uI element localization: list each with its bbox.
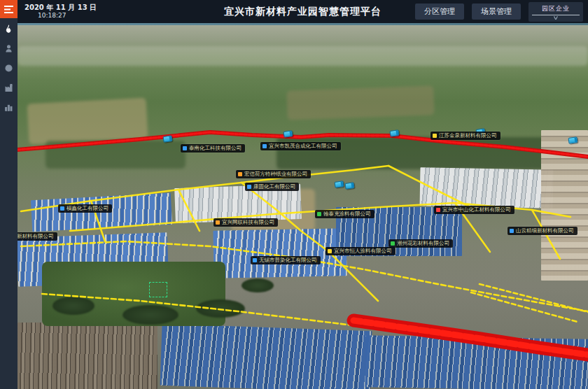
yellow-roads: [21, 166, 588, 330]
company-label[interactable]: 翰泰克涂料有限公司: [315, 210, 374, 218]
selection-box: [149, 282, 167, 297]
company-label-text: 宜兴市中山化工材料有限公司: [442, 207, 511, 213]
vehicle-marker[interactable]: [344, 182, 354, 190]
chevron-down-icon: ∨: [552, 15, 559, 21]
hamburger-menu-button[interactable]: [0, 0, 18, 18]
congestion-ribbons: [18, 132, 588, 355]
company-label[interactable]: 潮州花彩材料有限公司: [388, 239, 453, 248]
company-label[interactable]: 无锡市普染化工有限公司: [251, 256, 321, 264]
bar-chart-icon: [4, 103, 13, 112]
park-enterprise-dropdown[interactable]: 园区企业 ∨: [528, 2, 583, 22]
vehicle-marker[interactable]: [283, 130, 293, 138]
company-marker-icon: [328, 249, 332, 253]
company-label-text: 合成新材料有限公司: [18, 234, 54, 239]
company-marker-icon: [253, 258, 257, 262]
flame-icon: [4, 24, 13, 34]
sidebar-item-enterprise[interactable]: [0, 81, 18, 94]
company-label[interactable]: 江苏金泉新材料有限公司: [430, 132, 500, 140]
company-label-text: 宜兴市凯茂合成化工有限公司: [269, 143, 337, 149]
dropdown-label: 园区企业: [542, 4, 570, 13]
company-marker-icon: [247, 185, 251, 189]
company-label[interactable]: 泰南化工科技有限公司: [181, 144, 245, 153]
sidebar-item-statistics[interactable]: [0, 101, 18, 114]
company-label-text: 宏信荷方特种纸业有限公司: [244, 171, 307, 177]
company-label[interactable]: 康固化工有限公司: [245, 183, 299, 191]
company-marker-icon: [510, 229, 514, 233]
company-label-text: 江苏金泉新材料有限公司: [439, 133, 497, 139]
company-label[interactable]: 合成新材料有限公司: [18, 232, 57, 241]
company-marker-icon: [262, 144, 267, 148]
company-label-text: 泰南化工科技有限公司: [189, 146, 241, 151]
vehicle-marker[interactable]: [389, 129, 399, 137]
sidebar-item-fire[interactable]: [0, 22, 18, 36]
company-marker-icon: [391, 241, 395, 246]
factory-icon: [4, 83, 13, 92]
company-marker-icon: [60, 206, 64, 211]
company-label-text: 宜兴市恒人涂料有限公司: [334, 248, 392, 254]
sidebar-item-personnel[interactable]: [0, 42, 18, 55]
person-icon: [4, 44, 13, 53]
company-label[interactable]: 山云精细新材料有限公司: [507, 227, 578, 235]
left-sidebar: [0, 0, 18, 389]
company-label-text: 无锡市普染化工有限公司: [259, 257, 317, 263]
top-header: 2020 年 11 月 13 日 10:18:27 宜兴市新材料产业园智慧管理平…: [18, 0, 588, 23]
zone-management-button[interactable]: 分区管理: [415, 3, 464, 20]
map-3d-viewport[interactable]: 泰南化工科技有限公司宜兴市凯茂合成化工有限公司宏信荷方特种纸业有限公司康固化工有…: [18, 25, 588, 389]
company-marker-icon: [238, 172, 242, 176]
scene-management-button[interactable]: 场景管理: [472, 3, 521, 20]
vehicle-marker[interactable]: [334, 181, 344, 188]
company-marker-icon: [216, 220, 220, 225]
company-marker-icon: [317, 212, 321, 216]
sidebar-icon-list: [0, 22, 18, 114]
company-label-text: 宜兴网联科技有限公司: [222, 220, 274, 225]
company-label[interactable]: 横鑫化工有限公司: [58, 204, 112, 213]
company-label[interactable]: 宜兴网联科技有限公司: [214, 218, 278, 227]
vehicle-marker[interactable]: [568, 136, 578, 144]
company-label[interactable]: 宜兴市中山化工材料有限公司: [434, 206, 514, 214]
sidebar-item-monitor[interactable]: [0, 62, 18, 75]
company-marker-icon: [183, 146, 187, 150]
gauge-icon: [4, 64, 13, 73]
datetime-block: 2020 年 11 月 13 日 10:18:27: [24, 3, 97, 20]
current-date: 2020 年 11 月 13 日: [24, 3, 97, 13]
company-label-text: 横鑫化工有限公司: [66, 206, 108, 211]
company-label[interactable]: 宜兴市恒人涂料有限公司: [326, 247, 396, 255]
company-marker-icon: [433, 134, 437, 138]
company-label-text: 翰泰克涂料有限公司: [323, 211, 371, 217]
company-label-text: 康固化工有限公司: [253, 184, 295, 190]
company-label[interactable]: 宏信荷方特种纸业有限公司: [236, 170, 311, 178]
page-title: 宜兴市新材料产业园智慧管理平台: [224, 6, 382, 18]
current-time: 10:18:27: [24, 12, 97, 20]
company-marker-icon: [436, 208, 440, 212]
company-label[interactable]: 宜兴市凯茂合成化工有限公司: [260, 142, 341, 150]
hamburger-icon: [4, 6, 13, 13]
company-label-text: 潮州花彩材料有限公司: [397, 241, 449, 246]
header-actions: 分区管理 场景管理 园区企业 ∨: [415, 2, 583, 22]
vehicle-marker[interactable]: [162, 135, 172, 143]
company-label-text: 山云精细新材料有限公司: [516, 228, 574, 234]
header-separator: [18, 23, 588, 25]
